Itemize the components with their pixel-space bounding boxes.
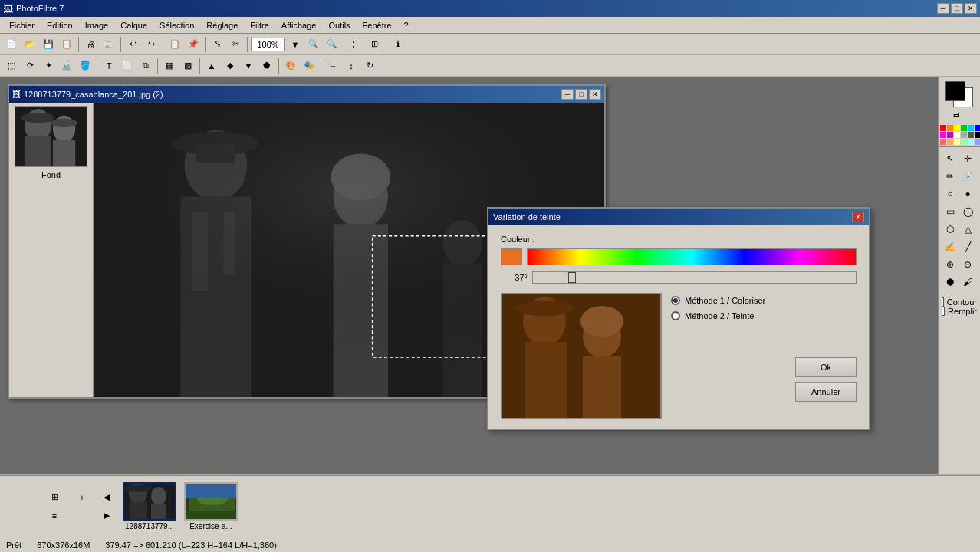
pipette-btn[interactable]: 🔬 (58, 58, 75, 74)
flip-h-btn[interactable]: ↔ (324, 58, 341, 74)
flip-v-btn[interactable]: ↕ (343, 58, 360, 74)
color1-btn[interactable]: 🎨 (282, 58, 299, 74)
print2-btn[interactable]: 📰 (100, 36, 117, 53)
palette-white[interactable] (954, 132, 960, 138)
color2-btn[interactable]: 🎭 (301, 58, 317, 74)
blur-tool-btn[interactable]: ○ (942, 186, 959, 202)
shape1-btn[interactable]: ▲ (203, 58, 220, 74)
menu-affichage[interactable]: Affichage (275, 19, 323, 31)
thumb-remove-btn[interactable]: - (74, 508, 90, 524)
method2-option[interactable]: Méthode 2 / Teinte (671, 311, 857, 320)
foreground-color-swatch[interactable] (945, 81, 965, 101)
hue-dialog-close-button[interactable]: ✕ (852, 212, 864, 222)
palette-lblu[interactable] (975, 139, 980, 145)
fit-btn[interactable]: ⛶ (347, 36, 364, 53)
palette-lgray[interactable] (961, 132, 967, 138)
polygon-btn[interactable]: ⬡ (942, 221, 959, 238)
remplir-checkbox[interactable] (942, 307, 945, 316)
paste-btn[interactable]: 📌 (185, 36, 202, 53)
eraser-btn[interactable]: ⬜ (119, 58, 136, 74)
hue-slider-track[interactable] (532, 271, 857, 284)
gradient-btn[interactable]: ▦ (161, 58, 178, 74)
pencil-tool-btn[interactable]: ✏ (942, 168, 959, 185)
thumb-prev-btn[interactable]: ◀ (98, 489, 115, 506)
menu-help[interactable]: ? (398, 19, 415, 31)
info-btn[interactable]: ℹ (390, 36, 406, 53)
palette-lcya[interactable] (968, 139, 974, 145)
palette-magenta[interactable] (940, 132, 946, 138)
lasso-btn[interactable]: ⟳ (21, 58, 38, 74)
resize-btn[interactable]: ⤡ (209, 36, 225, 53)
palette-blue[interactable] (975, 125, 980, 131)
undo-btn[interactable]: ↩ (124, 36, 141, 53)
brush-btn[interactable]: 🖌 (959, 274, 976, 291)
eyedropper-tool-btn[interactable]: 💉 (959, 168, 976, 185)
paintbucket-btn[interactable]: 🪣 (77, 58, 94, 74)
palette-red[interactable] (940, 125, 946, 131)
palette-orange[interactable] (947, 125, 953, 131)
print-btn[interactable]: 🖨 (82, 36, 99, 53)
menu-edition[interactable]: Edition (41, 19, 79, 31)
save-as-btn[interactable]: 📋 (58, 36, 75, 53)
palette-lora[interactable] (947, 139, 953, 145)
rect-select-btn[interactable]: ▭ (942, 203, 959, 220)
freehand-btn[interactable]: ✍ (942, 238, 959, 255)
ellipse-select-btn[interactable]: ◯ (959, 203, 976, 220)
method2-radio[interactable] (671, 311, 680, 320)
close-button[interactable]: ✕ (965, 3, 977, 14)
palette-yellow[interactable] (954, 125, 960, 131)
ok-button[interactable]: Ok (795, 357, 857, 377)
magic-btn[interactable]: ✦ (40, 58, 57, 74)
thumbnail-img-1[interactable] (123, 482, 176, 521)
shrink-btn[interactable]: ⊖ (959, 256, 976, 273)
save-btn[interactable]: 💾 (40, 36, 57, 53)
crop-btn[interactable]: ✂ (227, 36, 244, 53)
actual-btn[interactable]: ⊞ (366, 36, 383, 53)
menu-fichier[interactable]: Fichier (3, 19, 41, 31)
shape3-btn[interactable]: ▼ (240, 58, 257, 74)
hue-gradient-bar[interactable] (527, 248, 857, 265)
shape4-btn[interactable]: ⬟ (258, 58, 275, 74)
minimize-button[interactable]: ─ (937, 3, 949, 14)
palette-dgray[interactable] (968, 132, 974, 138)
rotate-btn[interactable]: ↻ (361, 58, 378, 74)
image-maximize-btn[interactable]: □ (575, 89, 587, 100)
palette-green[interactable] (961, 125, 967, 131)
method1-radio[interactable] (671, 296, 680, 305)
line-btn[interactable]: ╱ (959, 238, 976, 255)
menu-calque[interactable]: Calque (114, 19, 153, 31)
shape2-btn[interactable]: ◆ (222, 58, 238, 74)
contour-checkbox[interactable] (942, 297, 944, 307)
clone-btn[interactable]: ⧉ (137, 58, 154, 74)
menu-outils[interactable]: Outils (322, 19, 356, 31)
thumb-add-btn[interactable]: + (74, 489, 90, 506)
palette-black[interactable] (975, 132, 980, 138)
selection-tool-btn[interactable]: ⬚ (3, 58, 20, 74)
method1-option[interactable]: Méthode 1 / Coloriser (671, 296, 857, 305)
cancel-button[interactable]: Annuler (795, 382, 857, 402)
grow-btn[interactable]: ⊕ (942, 256, 959, 273)
hue-slider-thumb[interactable] (568, 272, 576, 283)
menu-image[interactable]: Image (79, 19, 115, 31)
smudge-tool-btn[interactable]: ● (959, 186, 976, 202)
zoom-in-btn[interactable]: 🔍 (324, 36, 340, 53)
menu-filtre[interactable]: Filtre (244, 19, 275, 31)
triangle-btn[interactable]: △ (959, 221, 976, 238)
zoom-out-btn[interactable]: 🔍 (305, 36, 322, 53)
pattern-btn[interactable]: ▩ (179, 58, 196, 74)
copy-btn[interactable]: 📋 (166, 36, 183, 53)
palette-lyel[interactable] (954, 139, 960, 145)
new-btn[interactable]: 📄 (3, 36, 20, 53)
zoom-dropdown-btn[interactable]: ▼ (287, 36, 304, 53)
thumb-grid-btn[interactable]: ⊞ (46, 489, 63, 506)
pointer-tool-btn[interactable]: ↖ (942, 150, 959, 167)
palette-lgrn[interactable] (961, 139, 967, 145)
palette-cyan[interactable] (968, 125, 974, 131)
redo-btn[interactable]: ↪ (143, 36, 159, 53)
menu-fenetre[interactable]: Fenêtre (357, 19, 398, 31)
maximize-button[interactable]: □ (951, 3, 963, 14)
zoom-input[interactable] (251, 38, 285, 51)
image-close-btn[interactable]: ✕ (589, 89, 601, 100)
text-btn[interactable]: T (100, 58, 117, 74)
thumbnail-img-2[interactable] (184, 482, 238, 521)
